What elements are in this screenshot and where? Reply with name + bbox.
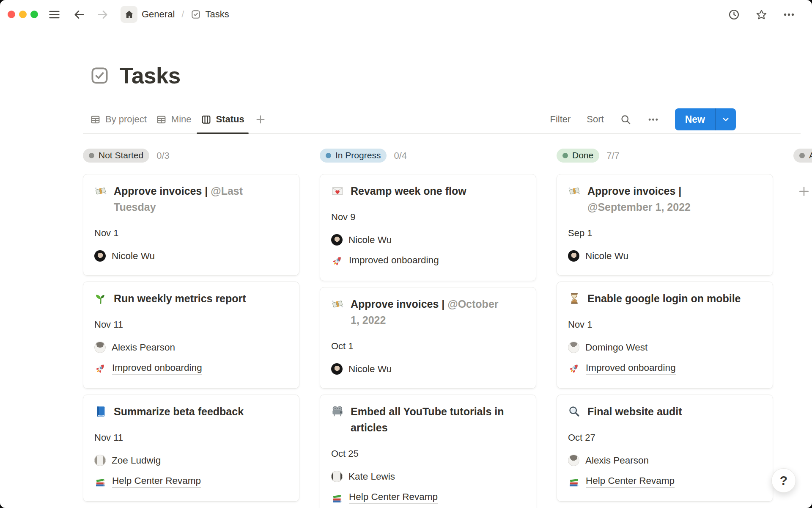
task-card[interactable]: Enable google login on mobile Nov 1 Domi… [557, 282, 773, 389]
column-status-pill[interactable]: In Progress [320, 149, 387, 163]
column-status-pill[interactable]: Not Started [83, 149, 149, 163]
card-project-link[interactable]: Improved onboarding [94, 362, 288, 375]
card-title-main: Revamp week one flow [351, 185, 466, 197]
money-with-wings-icon [94, 185, 107, 197]
card-person: Nicole Wu [331, 363, 525, 375]
card-title-main: Approve invoices | [114, 185, 208, 197]
card-title-suffix: @September 1, 2022 [587, 201, 691, 213]
card-title: Enable google login on mobile [587, 290, 741, 306]
rocket-icon [331, 255, 343, 267]
card-project-link[interactable]: Improved onboarding [331, 255, 525, 267]
forward-button[interactable] [96, 8, 109, 21]
home-icon [124, 9, 134, 20]
avatar [94, 250, 106, 262]
tab-status[interactable]: Status [196, 105, 249, 133]
card-date: Oct 27 [568, 432, 762, 443]
page-checkbox-icon [191, 9, 201, 19]
close-window-button[interactable] [8, 11, 15, 18]
card-title-row: Revamp week one flow [331, 183, 525, 199]
column-header: Not Started 0/3 [83, 148, 299, 163]
add-card-button[interactable] [798, 185, 810, 198]
add-view-button[interactable] [249, 105, 272, 133]
back-arrow-icon [73, 8, 85, 21]
breadcrumb-home-button[interactable] [121, 6, 137, 23]
project-label: Help Center Revamp [586, 475, 675, 488]
sidebar-toggle-button[interactable] [48, 8, 60, 21]
task-card[interactable]: Summarize beta feedback Nov 11 Zoe Ludwi… [83, 395, 299, 502]
board-column: Done 7/7 Approve invoices | @September 1… [557, 148, 773, 508]
history-button[interactable] [728, 8, 740, 21]
task-card[interactable]: Run weekly metrics report Nov 11 Alexis … [83, 282, 299, 389]
card-date: Nov 1 [94, 228, 288, 239]
new-button-label[interactable]: New [675, 108, 715, 130]
task-card[interactable]: Approve invoices | @October 1, 2022 Oct … [320, 287, 536, 389]
card-date: Sep 1 [568, 228, 762, 239]
back-button[interactable] [73, 8, 85, 21]
card-date: Oct 1 [331, 341, 525, 352]
column-status-pill[interactable]: A [793, 149, 812, 163]
status-dot-icon [326, 153, 331, 158]
card-person-name: Domingo West [585, 342, 647, 353]
card-title-row: Enable google login on mobile [568, 290, 762, 306]
table-view-icon [156, 114, 167, 125]
task-card[interactable]: Revamp week one flow Nov 9 Nicole Wu Imp… [320, 174, 536, 281]
board-view-icon [201, 114, 211, 125]
tab-by-project[interactable]: By project [85, 105, 151, 133]
books-icon [331, 492, 343, 504]
card-person: Domingo West [568, 342, 762, 353]
card-project-link[interactable]: Improved onboarding [568, 362, 762, 375]
breadcrumb-page[interactable]: Tasks [191, 9, 229, 20]
task-card[interactable]: Embed all YouTube tutorials in articles … [320, 395, 536, 508]
favorite-button[interactable] [755, 8, 768, 21]
avatar [94, 455, 106, 466]
card-title-row: Embed all YouTube tutorials in articles [331, 403, 525, 436]
topbar: General / Tasks [0, 0, 812, 29]
view-tabbar: By project Mine Status Filter Sort New [83, 105, 801, 134]
board-column: In Progress 0/4 Revamp week one flow Nov… [320, 148, 536, 508]
card-title-main: Approve invoices | [587, 185, 681, 197]
breadcrumb-separator: / [181, 9, 184, 20]
search-icon[interactable] [620, 114, 631, 125]
task-card[interactable]: Approve invoices | @September 1, 2022 Se… [557, 174, 773, 276]
card-title-row: Approve invoices | @Last Tuesday [94, 183, 288, 215]
more-options-button[interactable] [783, 8, 795, 21]
card-title-row: Summarize beta feedback [94, 403, 288, 420]
help-button[interactable]: ? [771, 468, 796, 493]
star-icon [755, 8, 768, 21]
topbar-actions [728, 8, 795, 21]
status-dot-icon [89, 153, 94, 158]
column-pill-label: Not Started [99, 150, 143, 160]
tab-label: By project [105, 114, 147, 125]
card-project-link[interactable]: Help Center Revamp [331, 491, 525, 504]
minimize-window-button[interactable] [19, 11, 27, 18]
tab-mine[interactable]: Mine [151, 105, 196, 133]
breadcrumb-root[interactable]: General [142, 9, 175, 20]
card-person-name: Nicole Wu [348, 364, 392, 375]
card-person-name: Nicole Wu [348, 235, 392, 246]
zoom-window-button[interactable] [30, 11, 38, 18]
card-person: Nicole Wu [331, 234, 525, 246]
card-title: Run weekly metrics report [114, 290, 246, 306]
card-title-row: Approve invoices | @September 1, 2022 [568, 183, 762, 215]
project-label: Improved onboarding [112, 362, 202, 375]
board-column: Not Started 0/3 Approve invoices | @Last… [83, 148, 299, 508]
new-button[interactable]: New [675, 108, 736, 130]
card-project-link[interactable]: Help Center Revamp [94, 475, 288, 488]
page-title-checkbox-icon[interactable] [90, 66, 110, 86]
breadcrumb-page-label: Tasks [205, 9, 229, 20]
card-person-name: Nicole Wu [112, 251, 155, 262]
page-content: Tasks By project Mine Status Filter Sort [0, 63, 812, 508]
new-dropdown-button[interactable] [715, 108, 736, 130]
tab-label: Mine [171, 114, 192, 125]
card-project-link[interactable]: Help Center Revamp [568, 475, 762, 488]
books-icon [94, 476, 106, 488]
filter-button[interactable]: Filter [550, 114, 571, 125]
card-person-name: Kate Lewis [348, 471, 395, 482]
task-card[interactable]: Approve invoices | @Last Tuesday Nov 1 N… [83, 174, 299, 276]
page-title: Tasks [120, 63, 181, 88]
card-title-main: Run weekly metrics report [114, 293, 246, 304]
task-card[interactable]: Final website audit Oct 27 Alexis Pearso… [557, 395, 773, 502]
sort-button[interactable]: Sort [587, 114, 604, 125]
column-status-pill[interactable]: Done [557, 149, 599, 163]
view-options-icon[interactable] [647, 114, 659, 125]
